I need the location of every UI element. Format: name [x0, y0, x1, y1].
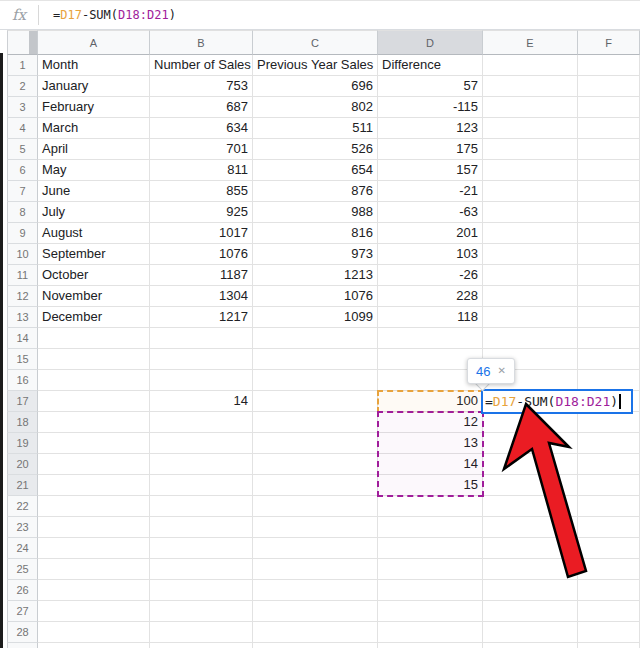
cell-C5[interactable]: 526	[253, 139, 378, 160]
cell-E12[interactable]	[483, 286, 578, 307]
cell-C21[interactable]	[253, 475, 378, 496]
cell-C13[interactable]: 1099	[253, 307, 378, 328]
cell-F23[interactable]	[578, 517, 640, 538]
row-header-25[interactable]: 25	[7, 559, 38, 580]
row-header-7[interactable]: 7	[7, 181, 38, 202]
cell-A24[interactable]	[38, 538, 150, 559]
cell-B24[interactable]	[150, 538, 253, 559]
cell-D19[interactable]: 13	[378, 433, 483, 454]
cell-B28[interactable]	[150, 622, 253, 643]
cell-B25[interactable]	[150, 559, 253, 580]
row-header-28[interactable]: 28	[7, 622, 38, 643]
row-header-2[interactable]: 2	[7, 76, 38, 97]
cell-E6[interactable]	[483, 160, 578, 181]
cell-C10[interactable]: 973	[253, 244, 378, 265]
cell-A14[interactable]	[38, 328, 150, 349]
cell-F11[interactable]	[578, 265, 640, 286]
cell-D23[interactable]	[378, 517, 483, 538]
cell-B5[interactable]: 701	[150, 139, 253, 160]
cell-A18[interactable]	[38, 412, 150, 433]
cell-A13[interactable]: December	[38, 307, 150, 328]
cell-E21[interactable]	[483, 475, 578, 496]
cell-B9[interactable]: 1017	[150, 223, 253, 244]
cell-A25[interactable]	[38, 559, 150, 580]
cell-B27[interactable]	[150, 601, 253, 622]
cell-F28[interactable]	[578, 622, 640, 643]
cell-F8[interactable]	[578, 202, 640, 223]
row-header-4[interactable]: 4	[7, 118, 38, 139]
cell-A28[interactable]	[38, 622, 150, 643]
row-header-8[interactable]: 8	[7, 202, 38, 223]
cell-D25[interactable]	[378, 559, 483, 580]
cell-A7[interactable]: June	[38, 181, 150, 202]
row-header-16[interactable]: 16	[7, 370, 38, 391]
cell-F18[interactable]	[578, 412, 640, 433]
cell-B21[interactable]	[150, 475, 253, 496]
cell-E24[interactable]	[483, 538, 578, 559]
cell-C9[interactable]: 816	[253, 223, 378, 244]
cell-E22[interactable]	[483, 496, 578, 517]
cell-F5[interactable]	[578, 139, 640, 160]
cell-C3[interactable]: 802	[253, 97, 378, 118]
cell-B12[interactable]: 1304	[150, 286, 253, 307]
cell-E19[interactable]	[483, 433, 578, 454]
cell-B18[interactable]	[150, 412, 253, 433]
row-header-15[interactable]: 15	[7, 349, 38, 370]
cell-B22[interactable]	[150, 496, 253, 517]
row-header-6[interactable]: 6	[7, 160, 38, 181]
cell-E10[interactable]	[483, 244, 578, 265]
cell-A27[interactable]	[38, 601, 150, 622]
cell-B14[interactable]	[150, 328, 253, 349]
cell-D17[interactable]: 100	[378, 391, 483, 412]
cell-E9[interactable]	[483, 223, 578, 244]
cell-A6[interactable]: May	[38, 160, 150, 181]
cell-A12[interactable]: November	[38, 286, 150, 307]
cell-D1[interactable]: Difference	[378, 55, 483, 76]
cell-B20[interactable]	[150, 454, 253, 475]
cell-E5[interactable]	[483, 139, 578, 160]
cell-F10[interactable]	[578, 244, 640, 265]
cell-E27[interactable]	[483, 601, 578, 622]
cell-D27[interactable]	[378, 601, 483, 622]
row-header-27[interactable]: 27	[7, 601, 38, 622]
cell-D7[interactable]: -21	[378, 181, 483, 202]
cell-D5[interactable]: 175	[378, 139, 483, 160]
cell-A23[interactable]	[38, 517, 150, 538]
cell-B23[interactable]	[150, 517, 253, 538]
cell-C22[interactable]	[253, 496, 378, 517]
cell-C1[interactable]: Previous Year Sales	[253, 55, 378, 76]
cell-C19[interactable]	[253, 433, 378, 454]
cell-formula-editor[interactable]: =D17-SUM(D18:D21)	[481, 389, 633, 414]
row-header-22[interactable]: 22	[7, 496, 38, 517]
cell-D13[interactable]: 118	[378, 307, 483, 328]
cell-F24[interactable]	[578, 538, 640, 559]
cell-E23[interactable]	[483, 517, 578, 538]
cell-D9[interactable]: 201	[378, 223, 483, 244]
cell-F26[interactable]	[578, 580, 640, 601]
cell-C23[interactable]	[253, 517, 378, 538]
cell-D6[interactable]: 157	[378, 160, 483, 181]
cell-E7[interactable]	[483, 181, 578, 202]
cell-F7[interactable]	[578, 181, 640, 202]
column-header-D[interactable]: D	[378, 30, 483, 55]
cell-B4[interactable]: 634	[150, 118, 253, 139]
cell-B11[interactable]: 1187	[150, 265, 253, 286]
cell-F4[interactable]	[578, 118, 640, 139]
cell-C27[interactable]	[253, 601, 378, 622]
row-header-13[interactable]: 13	[7, 307, 38, 328]
cell-C18[interactable]	[253, 412, 378, 433]
cell-D3[interactable]: -115	[378, 97, 483, 118]
cell-B16[interactable]	[150, 370, 253, 391]
cell-F27[interactable]	[578, 601, 640, 622]
close-icon[interactable]: ✕	[497, 366, 505, 376]
cell-E3[interactable]	[483, 97, 578, 118]
cell-C26[interactable]	[253, 580, 378, 601]
cell-F15[interactable]	[578, 349, 640, 370]
row-header-19[interactable]: 19	[7, 433, 38, 454]
row-header-9[interactable]: 9	[7, 223, 38, 244]
row-header-23[interactable]: 23	[7, 517, 38, 538]
column-header-E[interactable]: E	[483, 30, 578, 55]
row-header-5[interactable]: 5	[7, 139, 38, 160]
cell-C25[interactable]	[253, 559, 378, 580]
cell-C29[interactable]	[253, 643, 378, 648]
